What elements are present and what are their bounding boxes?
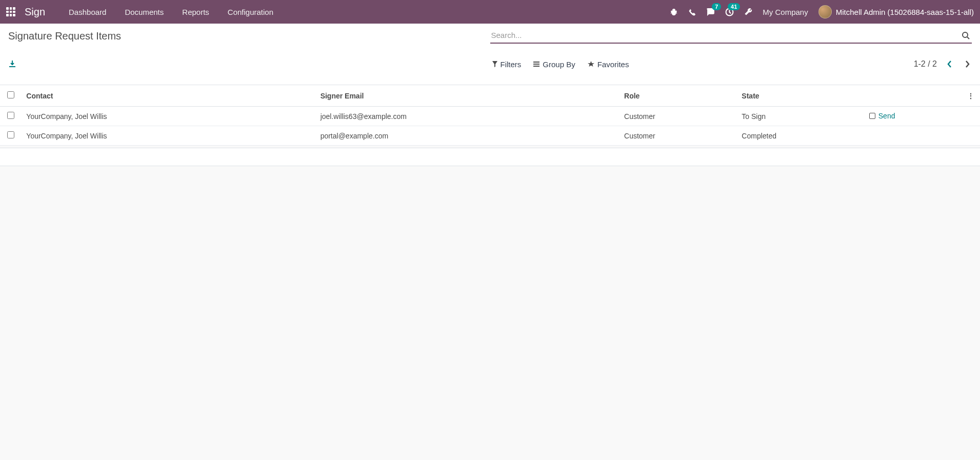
top-navbar: Sign Dashboard Documents Reports Configu… [0, 0, 980, 24]
cell-state: To Sign [736, 107, 864, 126]
table-row[interactable]: YourCompany, Joel Willis joel.willis63@e… [0, 107, 980, 126]
cell-role: Customer [619, 126, 736, 146]
user-name: Mitchell Admin (15026884-saas-15-1-all) [836, 8, 974, 16]
user-menu[interactable]: Mitchell Admin (15026884-saas-15-1-all) [818, 5, 974, 18]
activities-icon[interactable]: 41 [725, 8, 734, 16]
search-bar [490, 29, 972, 44]
favorites-label: Favorites [597, 60, 629, 69]
messages-badge: 7 [712, 3, 721, 10]
header-contact[interactable]: Contact [21, 85, 315, 107]
bug-icon[interactable] [670, 8, 678, 16]
filter-icon [492, 61, 497, 67]
send-button[interactable]: Send [869, 112, 895, 120]
pager-next-icon[interactable] [963, 58, 972, 70]
star-icon [588, 61, 594, 67]
list-footer [0, 148, 980, 166]
header-role[interactable]: Role [619, 85, 736, 107]
control-panel: Signature Request Items Filters Group By [0, 24, 980, 85]
filters-label: Filters [501, 60, 522, 69]
apps-grid-icon[interactable] [6, 7, 15, 16]
groupby-label: Group By [543, 60, 575, 69]
checkbox-outline-icon [869, 113, 875, 119]
cell-contact: YourCompany, Joel Willis [21, 107, 315, 126]
svg-rect-3 [533, 64, 539, 65]
phone-icon[interactable] [688, 8, 696, 16]
row-checkbox[interactable] [7, 112, 14, 119]
user-avatar [818, 5, 832, 18]
list-icon [533, 62, 539, 67]
pager: 1-2 / 2 [914, 58, 972, 70]
search-icon[interactable] [959, 30, 972, 41]
cell-state: Completed [736, 126, 864, 146]
cell-role: Customer [619, 107, 736, 126]
svg-point-1 [963, 32, 968, 37]
pager-value[interactable]: 1-2 / 2 [914, 59, 937, 69]
filters-button[interactable]: Filters [490, 58, 524, 71]
cell-signer-email: portal@example.com [315, 126, 619, 146]
send-label: Send [878, 112, 895, 120]
search-input[interactable] [490, 29, 960, 42]
app-brand[interactable]: Sign [25, 6, 45, 18]
nav-configuration[interactable]: Configuration [219, 8, 282, 16]
list-view: Contact Signer Email Role State ⋮ YourCo… [0, 85, 980, 146]
activities-badge: 41 [728, 3, 740, 10]
messages-icon[interactable]: 7 [706, 8, 715, 16]
groupby-button[interactable]: Group By [531, 58, 577, 71]
favorites-button[interactable]: Favorites [586, 58, 631, 71]
row-checkbox[interactable] [7, 131, 14, 138]
nav-reports[interactable]: Reports [174, 8, 217, 16]
header-signer-email[interactable]: Signer Email [315, 85, 619, 107]
nav-documents[interactable]: Documents [116, 8, 172, 16]
cell-contact: YourCompany, Joel Willis [21, 126, 315, 146]
pager-prev-icon[interactable] [945, 58, 954, 70]
svg-rect-2 [533, 62, 539, 63]
page-title: Signature Request Items [8, 30, 490, 42]
column-options-icon[interactable]: ⋮ [962, 85, 980, 107]
header-state[interactable]: State [736, 85, 864, 107]
svg-rect-4 [533, 66, 539, 67]
nav-dashboard[interactable]: Dashboard [61, 8, 114, 16]
cell-signer-email: joel.willis63@example.com [315, 107, 619, 126]
company-switcher[interactable]: My Company [763, 8, 808, 16]
tools-icon[interactable] [744, 8, 752, 16]
select-all-checkbox[interactable] [7, 91, 14, 98]
export-button-icon[interactable] [8, 49, 490, 79]
table-row[interactable]: YourCompany, Joel Willis portal@example.… [0, 126, 980, 146]
